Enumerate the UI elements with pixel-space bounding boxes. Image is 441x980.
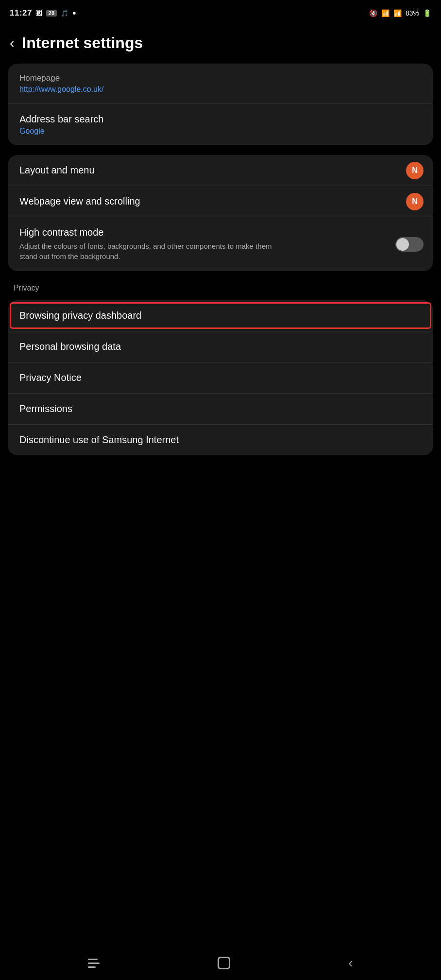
mute-icon: 🔇 [369,9,377,17]
privacy-notice-setting[interactable]: Privacy Notice [8,362,433,394]
homepage-value: http://www.google.co.uk/ [19,85,422,94]
signal-icon: 📶 [393,9,402,17]
layout-menu-setting[interactable]: Layout and menu N [8,155,433,186]
personal-browsing-label: Personal browsing data [19,341,422,352]
photo-icon: 🖼 [36,10,43,17]
discontinue-label: Discontinue use of Samsung Internet [19,434,422,446]
square-icon [218,957,230,969]
address-bar-setting[interactable]: Address bar search Google [8,104,433,145]
features-card: Layout and menu N Webpage view and scrol… [8,155,433,271]
permissions-setting[interactable]: Permissions [8,394,433,425]
time-display: 11:27 [10,8,32,18]
homepage-setting[interactable]: Homepage http://www.google.co.uk/ [8,64,433,104]
hamburger-icon [88,959,100,968]
address-bar-value: Google [19,127,422,136]
nav-menu-button[interactable] [88,959,100,968]
nav-home-button[interactable] [218,957,230,969]
page-header: ‹ Internet settings [0,24,441,60]
chevron-back-icon: ‹ [348,955,353,971]
top-settings-card: Homepage http://www.google.co.uk/ Addres… [8,64,433,145]
layout-menu-label: Layout and menu [19,165,422,176]
nav-bar: ‹ [0,946,441,980]
high-contrast-toggle[interactable] [395,237,424,252]
nav-back-button[interactable]: ‹ [348,955,353,971]
high-contrast-setting[interactable]: High contrast mode Adjust the colours of… [8,217,433,271]
webpage-view-setting[interactable]: Webpage view and scrolling N [8,186,433,217]
privacy-notice-label: Privacy Notice [19,372,422,383]
webpage-badge: N [406,193,424,210]
wifi-icon: 📶 [381,9,390,17]
battery-icon: 🔋 [423,9,431,17]
discontinue-setting[interactable]: Discontinue use of Samsung Internet [8,425,433,455]
page-title: Internet settings [22,34,143,52]
permissions-label: Permissions [19,403,422,414]
high-contrast-label: High contrast mode [19,227,385,238]
browsing-privacy-label: Browsing privacy dashboard [19,310,422,321]
status-time: 11:27 🖼 28 🎵 • [10,8,76,18]
browsing-privacy-setting[interactable]: Browsing privacy dashboard [8,300,433,331]
toggle-knob [396,238,409,251]
status-bar: 11:27 🖼 28 🎵 • 🔇 📶 📶 83% 🔋 [0,0,441,24]
privacy-section-label: Privacy [0,275,441,296]
calendar-icon: 28 [46,10,56,17]
address-bar-label: Address bar search [19,114,422,125]
status-right: 🔇 📶 📶 83% 🔋 [369,9,431,17]
webpage-view-label: Webpage view and scrolling [19,196,422,207]
toggle-track[interactable] [395,237,424,252]
high-contrast-description: Adjust the colours of fonts, backgrounds… [19,241,275,261]
dot-icon: • [72,8,76,18]
homepage-label: Homepage [19,73,422,83]
battery-display: 83% [406,9,419,17]
layout-badge: N [406,162,424,179]
personal-browsing-setting[interactable]: Personal browsing data [8,331,433,362]
privacy-card: Browsing privacy dashboard Personal brow… [8,300,433,455]
tune-icon: 🎵 [61,10,69,17]
back-button[interactable]: ‹ [10,35,14,51]
